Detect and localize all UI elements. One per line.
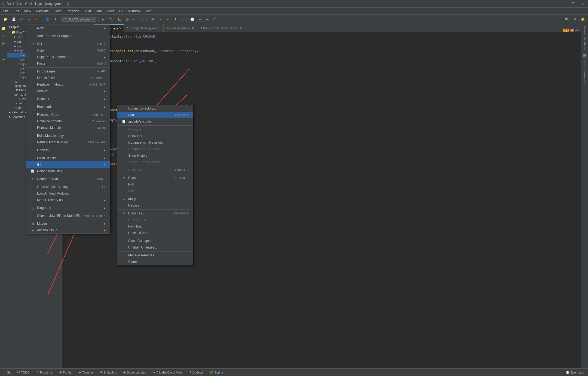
- ctx-bookmarks-arrow: ▸: [104, 105, 106, 109]
- ctx-diagrams[interactable]: ◫ Diagrams ▸: [26, 205, 110, 211]
- ctx-remove-shortcut: Delete: [84, 126, 106, 129]
- ctx-remove-module[interactable]: Remove Module Delete: [26, 125, 110, 131]
- ctx-rebuild-label: Rebuild Module 'ruoyi': [37, 140, 82, 144]
- ctx-bookmarks[interactable]: Bookmarks ▸: [26, 104, 110, 110]
- ctx-git-label: Git: [37, 163, 102, 166]
- git-annotate-label: Annotate: [128, 128, 189, 131]
- git-show-history[interactable]: Show History: [117, 152, 193, 159]
- ctx-compare-icon: ≡: [30, 177, 35, 181]
- git-sep-2: [117, 166, 193, 166]
- ctx-find-in-files[interactable]: Find in Files... Ctrl+Shift+F: [26, 75, 110, 81]
- ctx-copy-path-label: Copy Path/Reference...: [37, 55, 102, 59]
- git-annotate[interactable]: Annotate: [117, 126, 193, 133]
- ctx-compare-label: Compare With...: [37, 177, 82, 181]
- git-rebase[interactable]: Rebase...: [117, 202, 193, 209]
- ctx-maven[interactable]: m Maven ▸: [26, 220, 110, 227]
- git-sep-6: [117, 237, 193, 237]
- git-merge[interactable]: ⑃ Merge...: [117, 196, 193, 202]
- git-show-diff[interactable]: Show Diff: [117, 133, 193, 139]
- ctx-sep-13: [26, 212, 110, 212]
- git-new-branch[interactable]: New Branch...: [117, 217, 193, 223]
- ctx-git[interactable]: Git ▸: [26, 161, 110, 168]
- ctx-reload-icon: 🔄: [30, 169, 35, 173]
- ctx-alibaba-arrow: ▸: [104, 228, 106, 232]
- git-fetch[interactable]: Fetch: [117, 188, 193, 194]
- ctx-local-history-label: Local History: [37, 156, 102, 160]
- ctx-alibaba-icon: ☁: [30, 229, 35, 232]
- ctx-optimize-imports[interactable]: Optimize Imports Ctrl+Alt+O: [26, 118, 110, 125]
- ctx-local-history[interactable]: Local History ▸: [26, 155, 110, 161]
- ctx-copy-path[interactable]: Copy Path/Reference... ▸: [26, 54, 110, 60]
- ctx-open-in[interactable]: Open In ▸: [26, 147, 110, 153]
- git-pull[interactable]: Pull...: [117, 181, 193, 188]
- git-new-tag[interactable]: New Tag...: [117, 223, 193, 230]
- ctx-analyze-label: Analyze: [37, 89, 102, 93]
- git-stash-label: Stash Changes...: [128, 239, 189, 243]
- ctx-kotlin-label: Convert Java File to Kotlin File: [37, 214, 82, 218]
- ctx-paste-label: Paste: [37, 62, 82, 65]
- ctx-new[interactable]: New ▸: [26, 25, 110, 31]
- ctx-copy-shortcut: Ctrl+C: [84, 49, 106, 52]
- git-unstash[interactable]: Unstash Changes...: [117, 244, 193, 251]
- ctx-paste[interactable]: Paste Ctrl+V: [26, 60, 110, 67]
- ctx-replace-in-files[interactable]: Replace in Files... Ctrl+Shift+R: [26, 81, 110, 88]
- git-rollback-shortcut: Ctrl+Alt+Z: [167, 168, 189, 172]
- main-context-menu: New ▸ Add Framework Support... ✂ Cut Ctr…: [26, 25, 110, 234]
- ctx-paste-shortcut: Ctrl+V: [84, 62, 106, 65]
- ctx-analyze-arrow: ▸: [104, 89, 106, 93]
- ctx-alibaba-cloud[interactable]: ☁ Alibaba Cloud ▸: [26, 227, 110, 234]
- git-commit-dir[interactable]: Commit Directory...: [117, 105, 193, 112]
- git-clone[interactable]: Clone...: [117, 259, 193, 265]
- git-compare-branch[interactable]: Compare with Branch...: [117, 146, 193, 152]
- ctx-analyze[interactable]: Analyze ▸: [26, 88, 110, 94]
- ctx-local-history-arrow: ▸: [104, 156, 106, 160]
- ctx-new-arrow: ▸: [104, 26, 106, 30]
- git-push[interactable]: ⬆ Push... Ctrl+Shift+K: [117, 175, 193, 181]
- ctx-replace-shortcut: Ctrl+Shift+R: [84, 83, 106, 86]
- ctx-refactor[interactable]: Refactor ▸: [26, 96, 110, 102]
- ctx-compare-shortcut: Ctrl+D: [84, 177, 106, 181]
- ctx-maven-label: Maven: [37, 222, 102, 226]
- ctx-rebuild-shortcut: Ctrl+Shift+F9: [84, 141, 106, 144]
- ctx-find-in-files-label: Find in Files...: [37, 76, 82, 80]
- git-add[interactable]: + Add Ctrl+Alt+A: [117, 112, 193, 118]
- git-rollback[interactable]: Rollback... Ctrl+Alt+Z: [117, 167, 193, 173]
- ctx-sep-6: [26, 111, 110, 111]
- ctx-mark-directory[interactable]: Mark Directory as ▸: [26, 197, 110, 203]
- ctx-find-usages[interactable]: Find Usages Alt+F7: [26, 68, 110, 75]
- ctx-maven-arrow: ▸: [104, 222, 106, 226]
- git-unstash-label: Unstash Changes...: [128, 245, 189, 249]
- ctx-optimize-label: Optimize Imports: [37, 119, 82, 123]
- ctx-build-module[interactable]: Build Module 'ruoyi': [26, 132, 110, 139]
- git-push-shortcut: Ctrl+Shift+K: [167, 176, 189, 180]
- git-manage-remotes[interactable]: Manage Remotes...: [117, 252, 193, 259]
- git-compare-revision[interactable]: Compare with Revision...: [117, 139, 193, 146]
- git-sep-7: [117, 251, 193, 251]
- git-branches[interactable]: ⑂ Branches... Ctrl+Shift+': [117, 210, 193, 217]
- ctx-reload-disk[interactable]: 🔄 Reload from Disk: [26, 168, 110, 174]
- ctx-reformat-label: Reformat Code: [37, 113, 82, 117]
- ctx-load-unload[interactable]: Load/Unload Modules...: [26, 190, 110, 197]
- ctx-bookmarks-label: Bookmarks: [37, 105, 102, 109]
- ctx-reformat[interactable]: Reformat Code Ctrl+Alt+.: [26, 111, 110, 118]
- ctx-copy[interactable]: Copy Ctrl+C: [26, 47, 110, 54]
- ctx-cut[interactable]: ✂ Cut Ctrl+X: [26, 41, 110, 47]
- ctx-module-settings[interactable]: Open Module Settings F4: [26, 184, 110, 190]
- ctx-add-fw[interactable]: Add Framework Support...: [26, 33, 110, 39]
- git-reset-head[interactable]: Reset HEAD...: [117, 230, 193, 236]
- ctx-convert-kotlin[interactable]: Convert Java File to Kotlin File Ctrl+Al…: [26, 213, 110, 219]
- ctx-compare-with[interactable]: ≡ Compare With... Ctrl+D: [26, 176, 110, 182]
- ctx-rebuild-module[interactable]: Rebuild Module 'ruoyi' Ctrl+Shift+F9: [26, 139, 110, 145]
- ctx-replace-label: Replace in Files...: [37, 83, 82, 86]
- ctx-sep-1: [26, 32, 110, 32]
- git-branches-label: Branches...: [128, 211, 165, 215]
- git-info-exclude[interactable]: 📄 .git/info/exclude: [117, 118, 193, 125]
- git-stash[interactable]: Stash Changes...: [117, 238, 193, 244]
- ctx-alibaba-label: Alibaba Cloud: [37, 228, 102, 232]
- git-push-label: Push...: [128, 176, 165, 180]
- git-show-current-revision[interactable]: Show Current Revision: [117, 159, 193, 165]
- ctx-cut-shortcut: Ctrl+X: [84, 42, 106, 46]
- ctx-mark-dir-label: Mark Directory as: [37, 198, 102, 202]
- git-compare-revision-label: Compare with Revision...: [128, 141, 189, 144]
- ctx-add-fw-label: Add Framework Support...: [37, 34, 106, 38]
